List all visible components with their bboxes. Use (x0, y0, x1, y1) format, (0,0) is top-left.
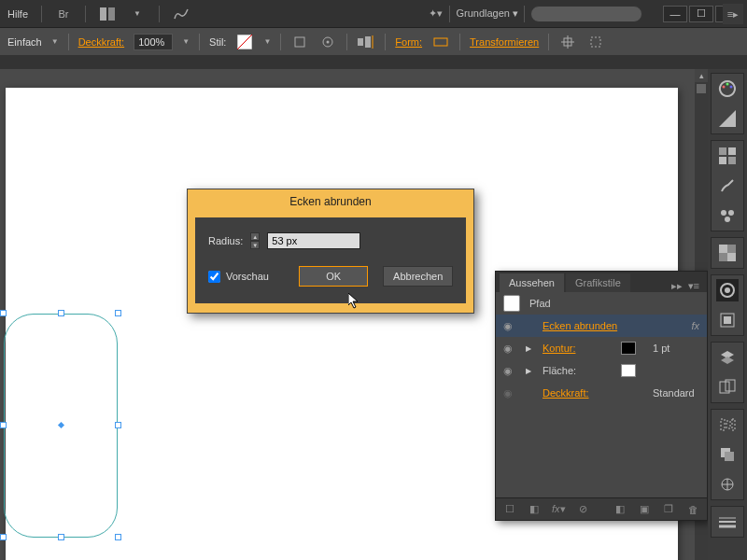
scroll-up-arrow[interactable]: ▴ (695, 69, 708, 82)
radius-stepper[interactable]: ▲▼ (250, 232, 260, 249)
radius-input[interactable] (267, 232, 360, 249)
expand-icon[interactable]: ▶ (526, 344, 533, 353)
handle-tm[interactable] (58, 310, 64, 316)
fx-icon[interactable]: fx (691, 320, 699, 331)
expand-icon[interactable]: ▶ (526, 367, 533, 375)
search-input[interactable] (530, 6, 642, 22)
transparency-panel-icon[interactable] (716, 242, 739, 264)
sparkle-icon[interactable]: ✦▾ (427, 6, 444, 22)
visibility-icon[interactable]: ◉ (503, 320, 516, 332)
maximize-button[interactable]: ☐ (689, 6, 713, 22)
handle-bm[interactable] (58, 534, 64, 540)
svg-point-17 (730, 86, 733, 89)
appearance-effect-row[interactable]: ◉ Ecken abrunden fx (496, 315, 707, 337)
gradient-panel-icon[interactable] (716, 107, 739, 130)
appearance-stroke-row[interactable]: ◉ ▶ Kontur: 1 pt (496, 337, 707, 359)
style-label: Stil: (209, 36, 226, 48)
panel-menu-icon[interactable]: ▾≡ (688, 280, 699, 292)
svg-point-23 (728, 210, 734, 216)
transform-label[interactable]: Transformieren (470, 36, 539, 48)
bridge-icon[interactable]: Br (55, 6, 72, 22)
opacity-label[interactable]: Deckkraft: (78, 36, 125, 48)
appearance-panel-icon[interactable] (716, 279, 739, 301)
appearance-panel: Aussehen Grafikstile ▸▸▾≡ Pfad ◉ Ecken a… (495, 271, 708, 521)
transform-panel-icon[interactable] (716, 473, 739, 496)
cancel-button[interactable]: Abbrechen (383, 266, 453, 287)
shape-width-icon[interactable] (431, 34, 450, 50)
opacity-input[interactable] (134, 34, 173, 50)
color-panel-icon[interactable] (716, 77, 739, 100)
trash-icon[interactable]: 🗑 (686, 504, 699, 515)
handle-mr[interactable] (115, 422, 121, 428)
swatches-panel-icon[interactable] (716, 145, 739, 167)
preview-checkbox[interactable]: Vorschau (208, 271, 269, 283)
handle-ml[interactable] (0, 422, 7, 428)
panel-collapse-icon[interactable]: ▸▸ (671, 280, 683, 292)
align-panel-icon[interactable] (716, 413, 739, 436)
svg-rect-38 (725, 452, 734, 461)
crop-icon[interactable] (586, 34, 605, 50)
visibility-icon[interactable]: ◉ (503, 365, 516, 377)
style-swatch[interactable] (235, 34, 254, 50)
stroke-swatch[interactable] (621, 342, 636, 355)
svg-rect-18 (719, 147, 726, 155)
shape-label[interactable]: Form: (395, 36, 422, 48)
add-fx-icon[interactable]: fx▾ (552, 503, 565, 515)
fill-swatch[interactable] (621, 364, 636, 377)
appearance-target-row[interactable]: Pfad (496, 292, 707, 315)
svg-point-6 (327, 40, 330, 43)
symbols-panel-icon[interactable] (716, 204, 739, 227)
new-art-basic-icon[interactable]: ☐ (503, 503, 516, 515)
layers-panel-icon[interactable] (716, 346, 739, 369)
svg-rect-8 (365, 36, 371, 48)
scroll-thumb[interactable] (697, 84, 706, 93)
graphic-styles-panel-icon[interactable] (716, 309, 739, 331)
workspace-switcher[interactable]: Grundlagen ▾ (456, 7, 518, 20)
svg-rect-1 (108, 7, 115, 21)
svg-rect-10 (434, 38, 447, 46)
doc-setup-icon[interactable] (290, 34, 309, 50)
visibility-icon[interactable]: ◉ (503, 387, 516, 399)
handle-tl[interactable] (0, 310, 7, 316)
artboards-panel-icon[interactable] (716, 376, 739, 399)
svg-rect-35 (726, 421, 730, 428)
handle-br[interactable] (115, 534, 121, 540)
optbar-menu-icon[interactable]: ≡▸ (723, 4, 743, 24)
options-bar: Einfach▼ Deckkraft: ▼ Stil: ▼ Form: Tran… (0, 28, 747, 56)
handle-tr[interactable] (115, 310, 121, 316)
tab-graphic-styles[interactable]: Grafikstile (566, 273, 630, 292)
svg-rect-4 (295, 37, 304, 47)
svg-rect-27 (727, 253, 736, 261)
align-icon[interactable] (357, 34, 375, 50)
duplicate-icon[interactable]: ❐ (662, 503, 675, 515)
handle-bl[interactable] (0, 534, 7, 540)
tab-appearance[interactable]: Aussehen (500, 273, 564, 292)
brushes-panel-icon[interactable] (716, 175, 739, 197)
svg-rect-0 (100, 7, 106, 21)
appearance-opacity-row[interactable]: ◉ Deckkraft: Standard (496, 382, 707, 404)
svg-point-24 (725, 217, 730, 222)
svg-rect-20 (719, 157, 726, 164)
ok-button[interactable]: OK (299, 266, 369, 287)
dropdown-icon[interactable]: ▼ (129, 6, 146, 22)
new-art-styled-icon[interactable]: ◧ (528, 503, 541, 515)
arrange-docs-icon[interactable] (99, 6, 116, 22)
visibility-icon[interactable]: ◉ (503, 343, 516, 355)
gpu-icon[interactable] (173, 6, 190, 22)
minimize-button[interactable]: — (663, 6, 687, 22)
stroke-profile[interactable]: Einfach (7, 36, 42, 48)
appearance-footer: ☐ ◧ fx▾ ⊘ ◧ ▣ ❐ 🗑 (496, 497, 707, 520)
stroke-panel-icon[interactable] (716, 511, 739, 533)
appearance-fill-row[interactable]: ◉ ▶ Fläche: (496, 359, 707, 382)
prefs-icon[interactable] (318, 34, 337, 50)
isolate-icon[interactable] (558, 34, 577, 50)
pathfinder-panel-icon[interactable] (716, 443, 739, 466)
svg-rect-19 (728, 147, 736, 155)
svg-rect-7 (358, 38, 363, 46)
clear-icon[interactable]: ⊘ (576, 503, 589, 515)
dup-stroke-icon[interactable]: ◧ (613, 503, 627, 515)
dup-fill-icon[interactable]: ▣ (638, 503, 651, 515)
svg-point-15 (723, 86, 726, 89)
menu-help[interactable]: Hilfe (7, 8, 28, 20)
svg-rect-26 (719, 245, 727, 253)
